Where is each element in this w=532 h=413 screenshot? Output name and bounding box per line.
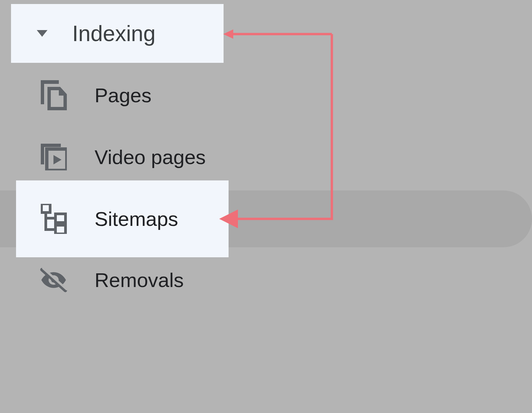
svg-rect-4 [55,214,65,223]
sidebar-item-video-pages[interactable]: Video pages [39,139,206,175]
sitemaps-icon [39,204,68,234]
sidebar-item-removals[interactable]: Removals [39,262,184,298]
removals-icon [39,268,68,293]
sidebar-item-label: Pages [95,84,151,107]
sidebar-item-label: Video pages [95,146,206,169]
section-header-label: Indexing [72,21,156,46]
sidebar-item-label: Removals [95,269,184,292]
pages-icon [39,80,68,110]
indexing-section-header[interactable]: Indexing [11,4,224,63]
video-pages-icon [39,144,68,170]
sidebar-item-pages[interactable]: Pages [39,77,151,114]
sidebar-item-label: Sitemaps [95,208,178,231]
svg-marker-2 [53,155,61,164]
svg-marker-10 [223,29,233,39]
sidebar-item-sitemaps[interactable]: Sitemaps [39,200,178,237]
svg-rect-3 [41,204,50,213]
caret-down-icon [28,30,56,37]
svg-rect-5 [55,225,65,234]
svg-marker-0 [37,30,47,37]
